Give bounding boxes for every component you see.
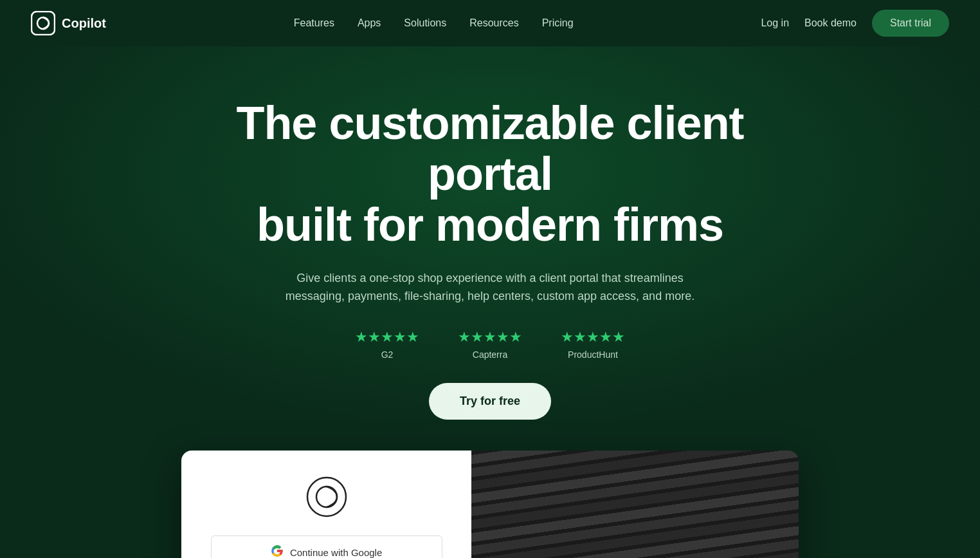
- nav-resources[interactable]: Resources: [469, 17, 518, 28]
- hero-heading: The customizable client portal built for…: [201, 98, 779, 251]
- producthunt-stars: ★★★★★: [561, 329, 625, 346]
- brand-name: Copilot: [62, 16, 106, 31]
- signup-panel: Continue with Google OR Email: [181, 451, 471, 558]
- try-for-free-button[interactable]: Try for free: [429, 383, 551, 420]
- google-button-label: Continue with Google: [290, 547, 382, 558]
- hero-section: The customizable client portal built for…: [0, 46, 980, 558]
- google-icon: [271, 544, 284, 558]
- preview-image-panel: [471, 451, 799, 558]
- svg-point-2: [307, 478, 346, 516]
- nav-pricing[interactable]: Pricing: [542, 17, 574, 28]
- capterra-stars: ★★★★★: [458, 329, 522, 346]
- producthunt-label: ProductHunt: [568, 349, 618, 360]
- nav-links: Features Apps Solutions Resources Pricin…: [294, 17, 574, 29]
- preview-card: Continue with Google OR Email: [181, 451, 799, 558]
- rating-capterra: ★★★★★ Capterra: [458, 329, 522, 360]
- book-demo-link[interactable]: Book demo: [804, 17, 857, 29]
- rating-producthunt: ★★★★★ ProductHunt: [561, 329, 625, 360]
- nav-apps[interactable]: Apps: [358, 17, 381, 28]
- start-trial-button[interactable]: Start trial: [872, 10, 949, 37]
- navbar: Copilot Features Apps Solutions Resource…: [0, 0, 980, 46]
- g2-stars: ★★★★★: [355, 329, 419, 346]
- hero-subtext: Give clients a one-stop shop experience …: [271, 269, 709, 306]
- g2-label: G2: [381, 349, 394, 360]
- card-logo-icon: [306, 476, 347, 517]
- nav-solutions[interactable]: Solutions: [404, 17, 446, 28]
- pencils-image: [471, 451, 799, 558]
- preview-container: Continue with Google OR Email: [26, 451, 954, 558]
- capterra-label: Capterra: [473, 349, 507, 360]
- ratings-row: ★★★★★ G2 ★★★★★ Capterra ★★★★★ ProductHun…: [26, 329, 954, 360]
- continue-with-google-button[interactable]: Continue with Google: [211, 535, 442, 558]
- login-link[interactable]: Log in: [761, 17, 789, 29]
- nav-actions: Log in Book demo Start trial: [761, 10, 949, 37]
- svg-rect-0: [32, 12, 55, 35]
- nav-features[interactable]: Features: [294, 17, 334, 28]
- rating-g2: ★★★★★ G2: [355, 329, 419, 360]
- brand-logo[interactable]: Copilot: [31, 11, 106, 35]
